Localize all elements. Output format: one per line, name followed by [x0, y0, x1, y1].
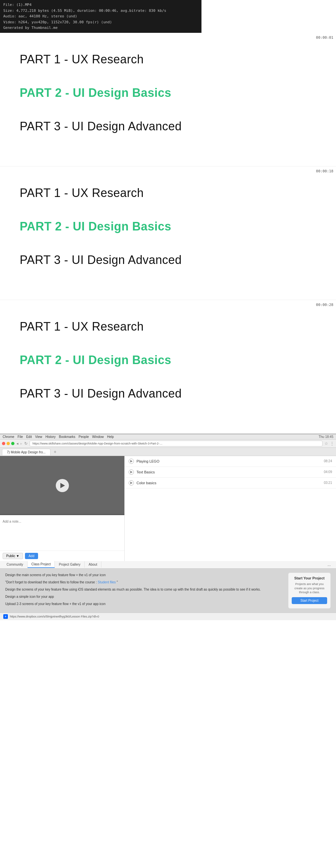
menu-chrome[interactable]: Chrome	[3, 435, 14, 439]
bottom-project-section: Design the main screens of you key featu…	[0, 568, 336, 613]
tab-about[interactable]: About	[85, 561, 101, 568]
slide-3: 00:00:28 PART 1 - UX Research PART 2 - U…	[0, 300, 336, 434]
lesson-duration-1: 08:24	[324, 459, 332, 463]
browser-right-panel: Playing LEGO 08:24 Text Basics 04:09 Col…	[125, 456, 336, 561]
slide-1: 00:00:01 PART 1 - UX Research PART 2 - U…	[0, 33, 336, 166]
new-tab-button[interactable]: +	[51, 448, 60, 456]
slide2-part1-text: PART 1 - UX Research	[20, 186, 144, 199]
start-project-title: Start Your Project	[292, 576, 327, 580]
slide3-part2-text: PART 2 - UI Design Basics	[20, 353, 171, 367]
lesson-play-icon[interactable]	[129, 459, 134, 464]
lesson-list: Playing LEGO 08:24 Text Basics 04:09 Col…	[125, 456, 336, 489]
menu-bookmarks[interactable]: Bookmarks	[59, 435, 75, 439]
slide3-part1: PART 1 - UX Research	[20, 320, 316, 334]
bookmark-icon[interactable]: ☆	[325, 441, 328, 446]
settings-icon[interactable]: ⋮	[330, 441, 334, 446]
lesson-duration-3: 03:21	[324, 481, 332, 485]
video-video-label: Video: h264, yuv420p, 1152x720, 30.00 fp…	[3, 19, 198, 25]
project-text-4: Design a simple icon for your app	[5, 594, 284, 599]
browser-left-panel: Public ▼ Add	[0, 456, 125, 561]
play-triangle-icon-2	[130, 471, 133, 473]
list-item[interactable]: Text Basics 04:09	[125, 467, 336, 478]
slide3-part3-text: PART 3 - UI Design Advanced	[20, 387, 182, 400]
project-text-2: "Don't forget to download the student fi…	[5, 580, 284, 585]
menu-window[interactable]: Window	[92, 435, 104, 439]
video-generated-label: Generated by Thumbnail.me	[3, 25, 198, 31]
forward-button[interactable]: ▸	[20, 441, 22, 446]
slide2-part1: PART 1 - UX Research	[20, 186, 316, 200]
start-project-desc: Projects are what you create as you prog…	[292, 582, 327, 594]
slide3-part2: PART 2 - UI Design Basics	[20, 353, 316, 367]
menu-edit[interactable]: Edit	[26, 435, 32, 439]
dropbox-text[interactable]: https://www.dropbox.com/s/5lmjp4ne4lhyg3…	[10, 615, 99, 618]
back-button[interactable]: ◂	[16, 441, 19, 446]
slide1-part2: PART 2 - UI Design Basics	[20, 86, 316, 100]
slide2-part2: PART 2 - UI Design Basics	[20, 220, 316, 234]
close-button[interactable]	[2, 442, 5, 445]
menu-history[interactable]: History	[45, 435, 56, 439]
add-button[interactable]: Add	[25, 553, 38, 559]
play-button[interactable]	[56, 479, 69, 492]
tab-class-project[interactable]: Class Project	[28, 561, 55, 568]
project-text-3: Design the screens of your key feature f…	[5, 587, 284, 592]
slide1-part1-text: PART 1 - UX Research	[20, 53, 144, 66]
notes-input[interactable]	[3, 520, 122, 523]
project-description: Design the main screens of you key featu…	[5, 572, 284, 609]
url-bar[interactable]: https://www.skillshare.com/classes/desig…	[30, 440, 323, 446]
more-options-button[interactable]: ...	[325, 561, 333, 568]
list-item[interactable]: Playing LEGO 08:24	[125, 456, 336, 467]
video-player[interactable]	[0, 456, 124, 515]
play-triangle-icon	[130, 460, 133, 463]
video-audio-label: Audio: aac, 44100 Hz, stereo (und)	[3, 13, 198, 19]
public-button[interactable]: Public ▼	[3, 553, 23, 559]
minimize-button[interactable]	[6, 442, 10, 445]
lesson-title-2: Text Basics	[136, 470, 321, 474]
browser-tab-active[interactable]: 7) Mobile App Design fro...	[2, 449, 51, 455]
slide1-part3: PART 3 - UI Design Advanced	[20, 120, 316, 133]
menu-file[interactable]: File	[18, 435, 23, 439]
play-triangle-icon-3	[130, 482, 133, 484]
traffic-lights	[2, 442, 14, 445]
notes-footer: Public ▼ Add	[0, 551, 124, 561]
browser-content: Public ▼ Add Playing LEGO 08:24 Tex	[0, 456, 336, 561]
browser-tab-bar: 7) Mobile App Design fro... +	[0, 448, 336, 456]
timestamp-3: 00:00:28	[316, 303, 333, 307]
student-files-link[interactable]: Student files	[98, 581, 116, 584]
lesson-play-icon-3[interactable]	[129, 480, 134, 486]
menu-help[interactable]: Help	[107, 435, 114, 439]
timestamp-2: 00:00:18	[316, 169, 333, 173]
url-text: https://www.skillshare.com/classes/desig…	[32, 442, 164, 445]
slide-2: 00:00:18 PART 1 - UX Research PART 2 - U…	[0, 166, 336, 300]
slide2-part3: PART 3 - UI Design Advanced	[20, 253, 316, 267]
menu-people[interactable]: People	[79, 435, 89, 439]
list-item[interactable]: Color basics 03:21	[125, 478, 336, 489]
start-project-card: Start Your Project Projects are what you…	[288, 572, 331, 609]
dropbox-bar: d https://www.dropbox.com/s/5lmjp4ne4lhy…	[0, 613, 336, 620]
lesson-play-icon-2[interactable]	[129, 469, 134, 475]
reload-button[interactable]: ↻	[24, 441, 28, 446]
play-icon	[60, 483, 65, 488]
notes-area[interactable]	[0, 515, 124, 551]
lesson-title-3: Color basics	[136, 481, 321, 485]
slide1-part1: PART 1 - UX Research	[20, 53, 316, 66]
slide1-part2-text: PART 2 - UI Design Basics	[20, 86, 171, 99]
slide1-part3-text: PART 3 - UI Design Advanced	[20, 120, 182, 133]
menu-view[interactable]: View	[35, 435, 42, 439]
maximize-button[interactable]	[11, 442, 14, 445]
project-text-1: Design the main screens of you key featu…	[5, 572, 284, 578]
start-project-button[interactable]: Start Project	[292, 597, 327, 604]
project-text-5: Upload 2-3 screens of your key feature f…	[5, 601, 284, 607]
lesson-duration-2: 04:09	[324, 470, 332, 474]
browser-toolbar: ◂ ▸ ↻ https://www.skillshare.com/classes…	[0, 440, 336, 448]
browser-nav-tabs: Community Class Project Project Gallery …	[0, 561, 336, 568]
slide2-part2-text: PART 2 - UI Design Basics	[20, 220, 171, 233]
slide3-part3: PART 3 - UI Design Advanced	[20, 387, 316, 401]
tab-project-gallery[interactable]: Project Gallery	[55, 561, 85, 568]
video-file-label: File: (1).MP4	[3, 2, 198, 8]
timestamp-1: 00:00:01	[316, 35, 333, 40]
lesson-title-1: Playing LEGO	[136, 459, 321, 463]
system-time: Thu 18:45	[318, 435, 333, 439]
slide2-part3-text: PART 3 - UI Design Advanced	[20, 253, 182, 267]
tab-community[interactable]: Community	[3, 561, 28, 568]
video-size-label: Size: 4,772,218 bytes (4.55 MiB), durati…	[3, 8, 198, 14]
